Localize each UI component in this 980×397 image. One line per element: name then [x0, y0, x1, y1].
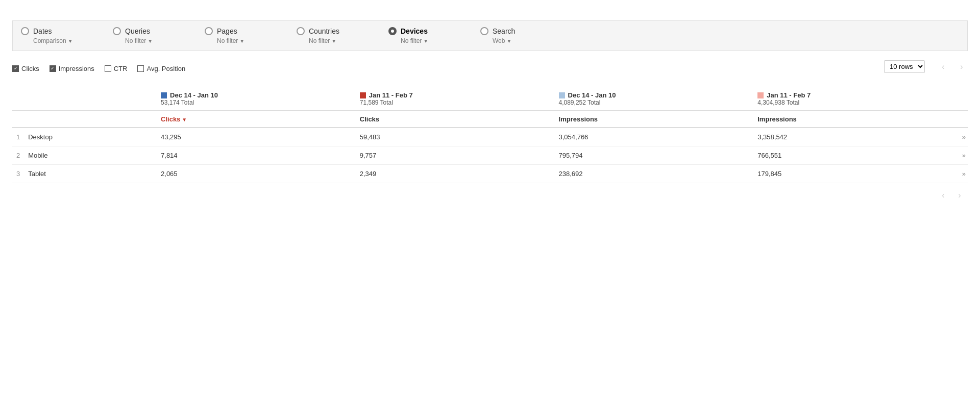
- col-label-2: Impressions: [559, 115, 598, 123]
- cell-r1-c2: 795,794: [555, 146, 754, 165]
- dimension-item-pages[interactable]: PagesNo filter▼: [205, 27, 297, 44]
- series-header-0: Dec 14 - Jan 1053,174 Total: [157, 87, 356, 111]
- dimension-filter-search[interactable]: Web▼: [493, 37, 511, 44]
- filter-label-countries: No filter: [309, 37, 330, 44]
- device-name-0: Desktop: [24, 128, 157, 146]
- cell-r0-c2: 3,054,766: [555, 128, 754, 146]
- dimension-filter-queries[interactable]: No filter▼: [125, 37, 153, 44]
- data-table: Dec 14 - Jan 1053,174 TotalJan 11 - Feb …: [12, 87, 968, 183]
- dimension-bar: DatesComparison▼QueriesNo filter▼PagesNo…: [12, 20, 968, 51]
- row-num-1: 2: [12, 146, 24, 165]
- col-label-3: Impressions: [757, 115, 797, 123]
- dimension-item-search[interactable]: SearchWeb▼: [480, 27, 572, 44]
- dimension-filter-dates[interactable]: Comparison▼: [33, 37, 73, 44]
- col-header-3[interactable]: Impressions: [753, 111, 952, 128]
- series-total-3: 4,304,938 Total: [757, 99, 948, 106]
- dimension-item-devices[interactable]: DevicesNo filter▼: [388, 27, 480, 44]
- device-name-1: Mobile: [24, 146, 157, 165]
- filter-label-search: Web: [493, 37, 505, 44]
- sort-arrow-0: ▼: [182, 117, 187, 122]
- dimension-label-queries: Queries: [125, 27, 150, 35]
- drill-button-0[interactable]: »: [952, 128, 968, 146]
- table-controls: 10 rows25 rows50 rows ‹ ›: [878, 60, 968, 73]
- cell-r0-c3: 3,358,542: [753, 128, 952, 146]
- table-row: 1Desktop43,29559,4833,054,7663,358,542»: [12, 128, 968, 146]
- series-color-2: [559, 92, 565, 98]
- dimension-item-queries[interactable]: QueriesNo filter▼: [113, 27, 205, 44]
- series-label-1: Jan 11 - Feb 7: [369, 91, 413, 99]
- dimension-label-search: Search: [493, 27, 515, 35]
- filter-chevron-pages: ▼: [239, 38, 244, 44]
- cell-r1-c3: 766,551: [753, 146, 952, 165]
- cell-r1-c0: 7,814: [157, 146, 356, 165]
- dimension-item-countries[interactable]: CountriesNo filter▼: [297, 27, 388, 44]
- col-label-0: Clicks: [161, 115, 180, 123]
- device-name-2: Tablet: [24, 165, 157, 183]
- dimension-label-pages: Pages: [217, 27, 237, 35]
- col-label-1: Clicks: [360, 115, 379, 123]
- col-header-0[interactable]: Clicks▼: [157, 111, 356, 128]
- col-header-row: Clicks▼ClicksImpressionsImpressions: [12, 111, 968, 128]
- radio-search: [480, 27, 488, 35]
- prev-page-button[interactable]: ‹: [937, 61, 949, 73]
- metric-label-clicks: Clicks: [21, 65, 39, 72]
- cell-r1-c1: 9,757: [356, 146, 555, 165]
- next-page-button[interactable]: ›: [955, 61, 968, 73]
- checkbox-clicks[interactable]: [12, 65, 19, 72]
- metric-label-avg_position: Avg. Position: [146, 65, 185, 72]
- filter-label-queries: No filter: [125, 37, 146, 44]
- filter-chevron-dates: ▼: [68, 38, 73, 44]
- controls-row: ClicksImpressionsCTRAvg. Position 10 row…: [12, 60, 968, 79]
- cell-r2-c2: 238,692: [555, 165, 754, 183]
- col-header-drill: [952, 111, 968, 128]
- cell-r2-c0: 2,065: [157, 165, 356, 183]
- filter-chevron-countries: ▼: [331, 38, 336, 44]
- metric-item-ctr[interactable]: CTR: [105, 65, 128, 72]
- dimension-item-dates[interactable]: DatesComparison▼: [21, 27, 113, 44]
- th-rownum: [12, 111, 24, 128]
- radio-countries: [297, 27, 305, 35]
- col-header-2[interactable]: Impressions: [555, 111, 754, 128]
- metric-item-impressions[interactable]: Impressions: [50, 65, 94, 72]
- drill-button-2[interactable]: »: [952, 165, 968, 183]
- table-body: 1Desktop43,29559,4833,054,7663,358,542»2…: [12, 128, 968, 183]
- series-total-1: 71,589 Total: [360, 99, 551, 106]
- dimension-label-devices: Devices: [401, 27, 428, 35]
- metric-item-clicks[interactable]: Clicks: [12, 65, 39, 72]
- row-num-0: 1: [12, 128, 24, 146]
- series-header-2: Dec 14 - Jan 104,089,252 Total: [555, 87, 754, 111]
- filter-label-dates: Comparison: [33, 37, 66, 44]
- series-color-0: [161, 92, 167, 98]
- cell-r2-c3: 179,845: [753, 165, 952, 183]
- checkbox-ctr[interactable]: [105, 65, 111, 72]
- drill-button-1[interactable]: »: [952, 146, 968, 165]
- filter-label-pages: No filter: [217, 37, 238, 44]
- filter-chevron-queries: ▼: [148, 38, 153, 44]
- series-header-1: Jan 11 - Feb 771,589 Total: [356, 87, 555, 111]
- checkbox-impressions[interactable]: [50, 65, 56, 72]
- table-head: Dec 14 - Jan 1053,174 TotalJan 11 - Feb …: [12, 87, 968, 128]
- series-total-2: 4,089,252 Total: [559, 99, 750, 106]
- dimension-filter-pages[interactable]: No filter▼: [217, 37, 244, 44]
- dimension-label-countries: Countries: [309, 27, 339, 35]
- filter-chevron-search: ▼: [506, 38, 511, 44]
- row-num-2: 3: [12, 165, 24, 183]
- series-total-0: 53,174 Total: [161, 99, 352, 106]
- col-header-1[interactable]: Clicks: [356, 111, 555, 128]
- cell-r2-c1: 2,349: [356, 165, 555, 183]
- dimension-label-dates: Dates: [33, 27, 52, 35]
- radio-dates: [21, 27, 29, 35]
- metrics-row: ClicksImpressionsCTRAvg. Position: [12, 65, 185, 72]
- bottom-next-button[interactable]: ›: [953, 189, 966, 202]
- bottom-prev-button[interactable]: ‹: [937, 189, 949, 202]
- rows-select[interactable]: 10 rows25 rows50 rows: [884, 60, 925, 73]
- metric-label-ctr: CTR: [114, 65, 128, 72]
- series-label-3: Jan 11 - Feb 7: [767, 91, 811, 99]
- data-table-wrapper: Dec 14 - Jan 1053,174 TotalJan 11 - Feb …: [12, 87, 968, 183]
- metric-item-avg_position[interactable]: Avg. Position: [137, 65, 185, 72]
- checkbox-avg_position[interactable]: [137, 65, 144, 72]
- table-row: 2Mobile7,8149,757795,794766,551»: [12, 146, 968, 165]
- dimension-filter-countries[interactable]: No filter▼: [309, 37, 336, 44]
- dimension-filter-devices[interactable]: No filter▼: [401, 37, 428, 44]
- series-label-2: Dec 14 - Jan 10: [568, 91, 616, 99]
